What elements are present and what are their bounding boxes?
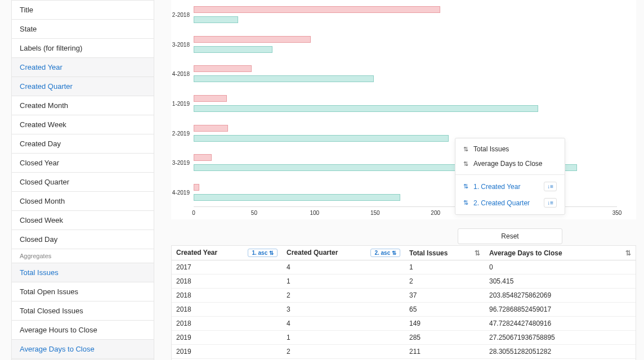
table-row: 2019128527.250671936758895 [172, 331, 636, 345]
table-cell: 37 [405, 289, 485, 303]
table-cell: 2017 [172, 260, 282, 274]
table-cell: 27.250671936758895 [485, 331, 636, 345]
chart-bar[interactable] [194, 75, 374, 82]
sidebar-field[interactable]: State [12, 20, 154, 39]
updown-icon: ⇅ [463, 160, 469, 168]
table-header[interactable]: Created Year1. asc ⇅ [172, 246, 282, 260]
chart-bar[interactable] [194, 184, 199, 191]
popup-label: Total Issues [473, 145, 509, 153]
sidebar-field[interactable]: Closed Week [12, 211, 154, 230]
sort-icon[interactable]: ⇅ [625, 249, 631, 257]
chart-bar[interactable] [194, 16, 238, 23]
table-cell: 28.30551282051282 [485, 345, 636, 359]
chart-bar[interactable] [194, 65, 252, 72]
sidebar-field[interactable]: Created Day [12, 134, 154, 154]
table-cell: 2 [405, 274, 485, 289]
table-row: 2019221128.30551282051282 [172, 345, 636, 359]
aggregates-header: Aggregates [12, 249, 154, 263]
chart-bar[interactable] [194, 95, 227, 102]
table-cell: 4 [282, 260, 405, 274]
chart-bar[interactable] [194, 125, 228, 132]
sidebar-aggregate[interactable]: Total Closed Issues [12, 302, 154, 321]
sort-badge[interactable]: 1. asc ⇅ [248, 249, 278, 257]
sidebar-aggregate[interactable]: Average Hours to Close [12, 321, 154, 340]
sidebar-field[interactable]: Labels (for filtering) [12, 39, 154, 58]
table-cell: 3 [282, 303, 405, 317]
table-cell: 2018 [172, 303, 282, 317]
popup-label: Average Days to Close [473, 160, 543, 168]
chart-y-label: 4-2018 [171, 71, 193, 77]
sidebar-field[interactable]: Title [12, 1, 154, 20]
chart-y-label: 1-2019 [171, 101, 193, 107]
sort-icon[interactable]: ⇅ [475, 249, 480, 257]
popup-metric-avg-days[interactable]: ⇅ Average Days to Close [459, 156, 561, 171]
chart-y-label: 3-2019 [171, 160, 193, 166]
table-cell: 149 [405, 317, 485, 331]
chart-bar[interactable] [194, 135, 449, 142]
table-row: 2017410 [172, 260, 636, 274]
chart-bar[interactable] [194, 36, 311, 43]
sidebar-field[interactable]: Closed Month [12, 192, 154, 211]
popup-label: 2. Created Quarter [473, 199, 530, 207]
popup-label: 1. Created Year [473, 183, 520, 191]
table-cell: 47.72824427480916 [485, 317, 636, 331]
popup-sort-created-year[interactable]: ⇅ 1. Created Year ↓≡ [459, 178, 561, 195]
table-cell: 1 [282, 331, 405, 345]
table-cell: 2018 [172, 274, 282, 289]
updown-icon: ⇅ [463, 199, 469, 206]
table-cell: 0 [485, 260, 636, 274]
table-row: 2018237203.8548275862069 [172, 289, 636, 303]
table-cell: 4 [282, 317, 405, 331]
sidebar-aggregate[interactable]: Average Days to Close [12, 340, 154, 359]
table-cell: 2019 [172, 345, 282, 359]
sidebar-field[interactable]: Created Year [12, 58, 154, 77]
table-cell: 96.72868852459017 [485, 303, 636, 317]
table-header[interactable]: Average Days to Close⇅ [485, 246, 636, 260]
table-cell: 2019 [172, 331, 282, 345]
sort-asc-icon[interactable]: ↓≡ [544, 198, 557, 208]
chart-bar[interactable] [194, 105, 538, 112]
table-cell: 1 [282, 274, 405, 289]
chart-y-label: 3-2018 [171, 41, 193, 47]
table-cell: 211 [405, 345, 485, 359]
table-cell: 2018 [172, 317, 282, 331]
chart-bar[interactable] [194, 154, 212, 161]
sidebar-field[interactable]: Closed Year [12, 154, 154, 173]
chart: 2-20183-20184-20181-20192-20193-20194-20… [171, 0, 636, 219]
table-row: 2018414947.72824427480916 [172, 317, 636, 331]
chart-x-label: 350 [612, 210, 622, 216]
sidebar-field[interactable]: Created Month [12, 96, 154, 115]
popup-sort-created-quarter[interactable]: ⇅ 2. Created Quarter ↓≡ [459, 195, 561, 211]
main-panel: 2-20183-20184-20181-20192-20193-20194-20… [154, 0, 644, 360]
data-table: Created Year1. asc ⇅Created Quarter2. as… [171, 245, 636, 360]
table-cell: 285 [405, 331, 485, 345]
sidebar-aggregate[interactable]: Total Open Issues [12, 282, 154, 302]
table-cell: 1 [405, 260, 485, 274]
table-header[interactable]: Created Quarter2. asc ⇅ [282, 246, 405, 260]
chart-x-label: 100 [310, 210, 320, 216]
chart-bar[interactable] [194, 6, 440, 13]
chart-bar[interactable] [194, 194, 400, 201]
chart-bar[interactable] [194, 46, 272, 53]
table-cell: 305.415 [485, 274, 636, 289]
chart-y-label: 2-2018 [171, 12, 193, 18]
table-cell: 65 [405, 303, 485, 317]
sidebar-field[interactable]: Created Quarter [12, 77, 154, 96]
table-cell: 2 [282, 345, 405, 359]
chart-x-label: 200 [431, 210, 440, 216]
sort-asc-icon[interactable]: ↓≡ [544, 182, 557, 191]
table-header[interactable]: Total Issues⇅ [405, 246, 485, 260]
table-row: 201812305.415 [172, 274, 636, 289]
table-cell: 2018 [172, 289, 282, 303]
sort-badge[interactable]: 2. asc ⇅ [370, 249, 400, 257]
sidebar-field[interactable]: Closed Day [12, 230, 154, 249]
updown-icon: ⇅ [463, 183, 469, 190]
chart-x-label: 150 [370, 210, 380, 216]
popup-metric-total-issues[interactable]: ⇅ Total Issues [459, 142, 561, 156]
chart-x-label: 50 [251, 210, 257, 216]
table-cell: 203.8548275862069 [485, 289, 636, 303]
reset-button[interactable]: Reset [458, 228, 562, 244]
sidebar-field[interactable]: Created Week [12, 115, 154, 134]
sidebar-field[interactable]: Closed Quarter [12, 173, 154, 192]
sidebar-aggregate[interactable]: Total Issues [12, 263, 154, 282]
